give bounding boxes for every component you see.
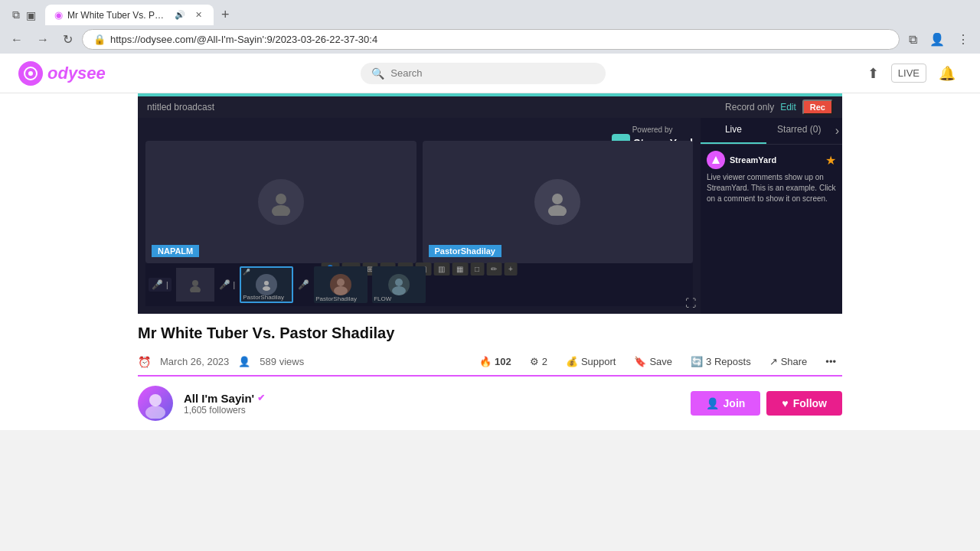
- tab-title: Mr White Tuber Vs. Pastor S: [67, 10, 167, 21]
- extensions-btn[interactable]: ⧉: [904, 29, 922, 50]
- comments-icon: ⚙: [530, 356, 539, 367]
- channel-row: All I'm Sayin' ✔ 1,605 followers 👤 Join …: [138, 377, 842, 430]
- live-btn[interactable]: LIVE: [891, 64, 926, 83]
- refresh-btn[interactable]: ↻: [58, 29, 77, 50]
- edit-layout-btn[interactable]: ✏: [486, 262, 501, 276]
- source-label-1: PastorShadilay: [243, 294, 284, 301]
- channel-name-row: All I'm Sayin' ✔: [184, 392, 680, 405]
- forward-btn[interactable]: →: [32, 30, 54, 50]
- video-meta-left: ⏰ March 26, 2023 👤 589 views: [138, 356, 304, 368]
- comment-author: StreamYard: [730, 155, 776, 165]
- video-grid: NAPALM PastorShadilay: [145, 141, 693, 263]
- profile-btn[interactable]: 👤: [925, 29, 949, 50]
- logo-icon: [18, 61, 43, 86]
- support-icon: 💰: [566, 356, 578, 367]
- participant-video-2: PastorShadilay: [423, 141, 694, 263]
- search-container: 🔍: [361, 63, 606, 84]
- svg-point-13: [395, 279, 403, 286]
- odysee-header: odysee 🔍 ⬆ LIVE 🔔: [0, 54, 980, 93]
- tab-close-btn[interactable]: ✕: [193, 9, 204, 21]
- streamyard-comment: StreamYard ★ Live viewer comments show u…: [701, 145, 842, 210]
- save-icon: 🔖: [634, 356, 646, 367]
- search-bar[interactable]: 🔍: [361, 63, 606, 84]
- follow-btn[interactable]: ♥ Follow: [766, 391, 842, 416]
- add-layout-btn[interactable]: +: [504, 262, 518, 276]
- sources-strip: 🎤 | 🎤 | PastorShadi: [145, 263, 693, 306]
- mic-level: |: [166, 281, 168, 289]
- share-label: Share: [781, 356, 808, 367]
- browser-tab-bar: ⧉ ▣ ◉ Mr White Tuber Vs. Pastor S 🔊 ✕ +: [0, 0, 980, 25]
- participant-video-1: NAPALM: [145, 141, 416, 263]
- window-icon[interactable]: ▣: [26, 9, 36, 21]
- share-icon: ↗: [769, 356, 778, 367]
- layout-seven-btn[interactable]: ▦: [452, 262, 468, 276]
- source-cam-icon: 🎤: [243, 269, 250, 276]
- participant-avatar-1: [258, 179, 304, 225]
- layout-eight-btn[interactable]: □: [470, 262, 484, 276]
- source-thumb-1[interactable]: PastorShadilay 🎤: [240, 266, 293, 303]
- source-thumb-3[interactable]: FLOW: [372, 266, 426, 303]
- channel-name-text[interactable]: All I'm Sayin': [184, 392, 254, 405]
- streamyard-main: Powered by StreamYard NAPALM: [138, 118, 701, 314]
- share-btn[interactable]: ↗ Share: [763, 353, 814, 370]
- broadcast-title: ntitled broadcast: [147, 102, 214, 112]
- new-tab-btn[interactable]: +: [217, 5, 234, 24]
- svg-point-16: [145, 406, 165, 419]
- video-views: 589 views: [260, 356, 304, 367]
- video-meta-right: 🔥 102 ⚙ 2 💰 Support 🔖 Save 🔄 3 Rep: [473, 353, 842, 370]
- notifications-btn[interactable]: 🔔: [933, 60, 962, 86]
- source-mic-level: |: [234, 281, 236, 289]
- camera-off-source[interactable]: [176, 268, 214, 302]
- save-btn[interactable]: 🔖 Save: [628, 353, 678, 370]
- source-label-3: FLOW: [374, 295, 391, 302]
- record-only-btn[interactable]: Record only: [725, 102, 774, 112]
- upload-btn[interactable]: ⬆: [861, 60, 885, 86]
- sidebar-tabs: Live Starred (0) ›: [701, 118, 842, 145]
- comment-avatar: [707, 151, 725, 169]
- more-btn[interactable]: •••: [819, 353, 842, 370]
- sidebar-arrow-btn[interactable]: ›: [832, 118, 842, 144]
- menu-btn[interactable]: ⋮: [952, 29, 974, 50]
- svg-point-6: [548, 205, 567, 216]
- source-thumb-2[interactable]: PastorShadilay: [314, 266, 368, 303]
- edit-btn[interactable]: Edit: [780, 102, 796, 112]
- support-label: Support: [581, 356, 616, 367]
- layout-six-btn[interactable]: ▥: [433, 262, 449, 276]
- svg-point-10: [263, 286, 270, 291]
- more-icon: •••: [825, 356, 836, 367]
- rec-btn[interactable]: Rec: [802, 99, 833, 115]
- join-btn[interactable]: 👤 Join: [691, 391, 761, 416]
- svg-point-11: [337, 279, 345, 286]
- svg-point-12: [334, 286, 348, 295]
- mic-icon: 🎤: [152, 279, 163, 290]
- source-controls-right: 🎤: [298, 279, 309, 290]
- url-bar[interactable]: 🔒 https://odysee.com/@All-I'm-Sayin':9/2…: [82, 29, 900, 50]
- video-meta-row: ⏰ March 26, 2023 👤 589 views 🔥 102 ⚙ 2 💰…: [138, 348, 842, 377]
- reposts-btn[interactable]: 🔄 3 Reposts: [684, 353, 757, 370]
- tab-volume-icon[interactable]: 🔊: [172, 9, 188, 21]
- tab-live[interactable]: Live: [701, 118, 766, 144]
- streamyard-actions: Record only Edit Rec: [725, 99, 833, 115]
- support-btn[interactable]: 💰 Support: [560, 353, 622, 370]
- channel-avatar[interactable]: [138, 386, 173, 421]
- svg-point-8: [190, 286, 201, 292]
- back-btn[interactable]: ←: [6, 30, 28, 50]
- likes-btn[interactable]: 🔥 102: [473, 353, 518, 370]
- reposts-count: 3 Reposts: [706, 356, 751, 367]
- url-text: https://odysee.com/@All-I'm-Sayin':9/202…: [110, 34, 377, 45]
- svg-point-14: [392, 286, 406, 295]
- join-icon: 👤: [706, 397, 719, 409]
- active-tab[interactable]: ◉ Mr White Tuber Vs. Pastor S 🔊 ✕: [45, 5, 214, 25]
- video-info-section: Mr White Tuber Vs. Pastor Shadilay ⏰ Mar…: [0, 314, 980, 430]
- streamyard-body: Powered by StreamYard NAPALM: [138, 118, 842, 314]
- fullscreen-btn[interactable]: ⛶: [685, 297, 696, 309]
- source-controls-mid: 🎤 |: [219, 279, 236, 290]
- video-title: Mr White Tuber Vs. Pastor Shadilay: [138, 324, 842, 342]
- participant-avatar-2: [534, 179, 580, 225]
- tab-starred[interactable]: Starred (0): [766, 118, 832, 144]
- svg-point-5: [552, 194, 563, 204]
- comments-btn[interactable]: ⚙ 2: [524, 353, 554, 370]
- extensions-icon[interactable]: ⧉: [12, 8, 20, 21]
- odysee-logo[interactable]: odysee: [18, 61, 106, 86]
- search-input[interactable]: [390, 67, 595, 79]
